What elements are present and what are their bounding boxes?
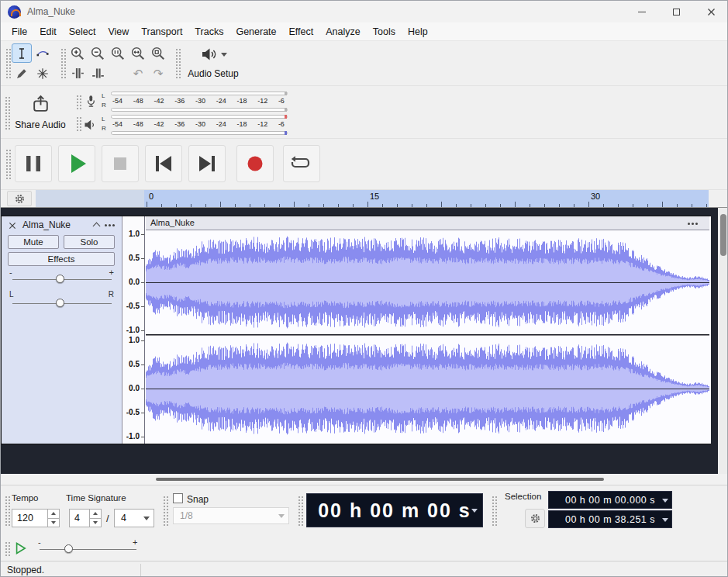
tools-toolbar-grip[interactable]: [5, 47, 11, 80]
zoom-selection-button[interactable]: [108, 43, 128, 63]
speed-slider[interactable]: [64, 544, 73, 553]
selection-end-display[interactable]: 00 h 00 m 38.251 s: [548, 510, 672, 528]
ruler-tick: [294, 202, 295, 207]
solo-button[interactable]: Solo: [64, 235, 115, 249]
menu-file[interactable]: File: [5, 22, 33, 41]
snap-value: 1/8: [180, 510, 193, 521]
zoom-in-icon: [70, 46, 85, 61]
zoom-in-button[interactable]: [67, 43, 88, 63]
horizontal-scrollbar[interactable]: [1, 474, 728, 485]
ruler-label: 0: [149, 192, 154, 201]
loop-icon: [285, 147, 319, 181]
transport-grip[interactable]: [5, 148, 11, 181]
audacity-logo-icon: [8, 5, 21, 19]
time-signature-lower[interactable]: 4: [114, 509, 154, 527]
timeline-ruler[interactable]: 01530: [144, 190, 709, 207]
draw-tool-button[interactable]: [12, 64, 32, 83]
selection-start-display[interactable]: 00 h 00 m 00.000 s: [548, 491, 672, 509]
track-vertical-ruler[interactable]: 1.00.50.0-0.5-1.01.00.50.0-0.5-1.0: [122, 216, 145, 444]
minimize-button[interactable]: [624, 1, 659, 22]
mute-button[interactable]: Mute: [8, 235, 59, 249]
track-menu-icon[interactable]: [105, 224, 107, 226]
gain-slider[interactable]: [56, 275, 64, 283]
edit-toolbar-grip[interactable]: [60, 47, 66, 80]
recording-meter[interactable]: LR -54-48-42-36-30-24-18-12-6: [81, 91, 298, 112]
menu-tracks[interactable]: Tracks: [188, 22, 229, 41]
ruler-tick: [618, 204, 619, 207]
meter-scale-label: -54: [112, 97, 122, 105]
horizontal-scrollbar-thumb[interactable]: [156, 478, 604, 481]
audio-setup-toolbar-grip[interactable]: [174, 47, 181, 80]
menu-generate[interactable]: Generate: [229, 22, 282, 41]
track-collapse-icon[interactable]: [93, 223, 101, 230]
vertical-ruler-tick: [141, 258, 144, 259]
menu-effect[interactable]: Effect: [283, 22, 320, 41]
timeline-gear-icon: [14, 193, 26, 205]
playback-meter[interactable]: LR -54-48-42-36-30-24-18-12-6: [81, 114, 298, 136]
vertical-scrollbar[interactable]: [718, 208, 728, 474]
undo-button[interactable]: ↶: [128, 64, 148, 83]
menu-edit[interactable]: Edit: [33, 22, 63, 41]
play-at-speed-button[interactable]: [10, 539, 30, 558]
time-signature-upper[interactable]: 4: [69, 509, 102, 527]
snap-checkbox[interactable]: [173, 493, 183, 503]
timeline-options-button[interactable]: [7, 191, 32, 206]
effects-button[interactable]: Effects: [8, 252, 115, 266]
vertical-scrollbar-thumb[interactable]: [720, 214, 726, 256]
clip-header[interactable]: Alma_Nuke: [146, 216, 709, 230]
trim-audio-button[interactable]: [67, 64, 88, 83]
envelope-tool-button[interactable]: [33, 43, 53, 63]
menu-analyze[interactable]: Analyze: [319, 22, 366, 41]
record-button[interactable]: [236, 145, 274, 182]
zoom-fit-project-button[interactable]: [128, 43, 148, 63]
tempo-spinner[interactable]: [47, 510, 59, 527]
silence-audio-button[interactable]: [88, 64, 108, 83]
menu-tools[interactable]: Tools: [367, 22, 402, 41]
menu-view[interactable]: View: [102, 22, 135, 41]
play-button[interactable]: [58, 145, 95, 182]
ts-upper-value[interactable]: 4: [70, 510, 89, 527]
maximize-button[interactable]: [659, 1, 694, 22]
menu-select[interactable]: Select: [63, 22, 102, 41]
zoom-out-button[interactable]: [88, 43, 108, 63]
selection-start-value: 00 h 00 m 00.000 s: [565, 495, 655, 506]
stop-button[interactable]: [102, 145, 139, 182]
time-toolbar-grip[interactable]: [4, 495, 10, 527]
time-display[interactable]: 00 h 00 m 00 s: [306, 493, 483, 527]
selection-settings-button[interactable]: [525, 509, 545, 528]
snap-toolbar-grip[interactable]: [162, 495, 168, 527]
selection-tool-button[interactable]: [12, 43, 32, 63]
audio-setup-button[interactable]: Audio Setup: [182, 43, 244, 84]
vertical-ruler-label: 0.0: [122, 384, 140, 392]
close-button[interactable]: [694, 1, 728, 22]
record-meter-grip[interactable]: [75, 94, 81, 111]
selection-toolbar-grip[interactable]: [491, 495, 497, 527]
time-display-grip[interactable]: [297, 495, 303, 527]
skip-to-start-button[interactable]: [145, 145, 182, 182]
clip-menu-icon[interactable]: [688, 223, 690, 225]
snap-mode-select[interactable]: 1/8: [173, 507, 289, 524]
loop-button[interactable]: [283, 145, 320, 182]
skip-to-end-button[interactable]: [188, 145, 226, 182]
multi-tool-button[interactable]: [33, 64, 53, 83]
pan-slider[interactable]: [56, 299, 64, 307]
speed-toolbar-grip[interactable]: [4, 541, 10, 556]
redo-button[interactable]: ↷: [148, 64, 168, 83]
zoom-toggle-button[interactable]: [148, 43, 168, 63]
gain-max-label: +: [109, 268, 114, 277]
pause-button[interactable]: [15, 145, 52, 182]
share-audio-button[interactable]: Share Audio: [9, 90, 72, 135]
playback-speaker-icon: [83, 118, 97, 132]
ruler-tick: [471, 204, 471, 207]
ruler-tick: [485, 204, 486, 207]
waveform-canvas[interactable]: [146, 230, 709, 444]
menu-transport[interactable]: Transport: [135, 22, 188, 41]
tempo-input[interactable]: 120: [12, 509, 60, 527]
menu-help[interactable]: Help: [402, 22, 434, 41]
skip-to-start-icon: [147, 147, 181, 181]
track-name[interactable]: Alma_Nuke: [22, 219, 71, 230]
play-meter-grip[interactable]: [75, 116, 81, 133]
track-close-icon[interactable]: [9, 222, 16, 230]
tempo-value[interactable]: 120: [12, 510, 47, 527]
ts-upper-spinner[interactable]: [89, 510, 101, 527]
